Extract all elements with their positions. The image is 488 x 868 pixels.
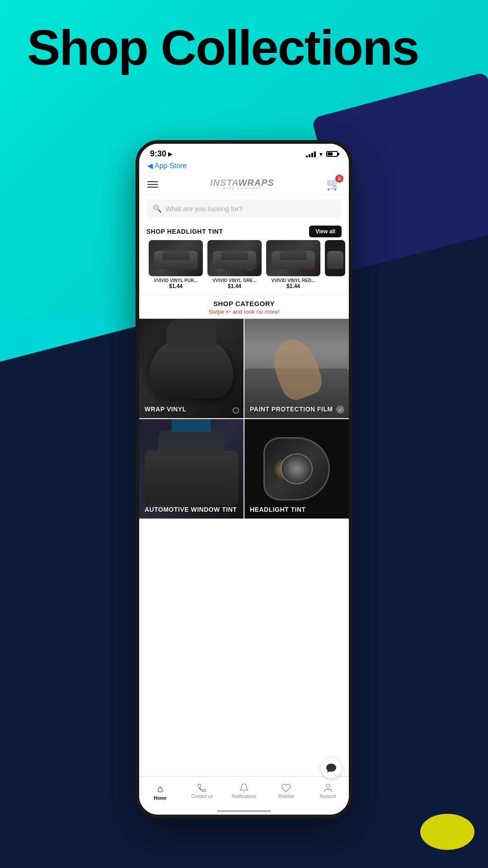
app-store-bar[interactable]: ◀ App Store: [139, 160, 349, 174]
category-label-ppf: PAINT PROTECTION FILM: [244, 400, 349, 418]
app-header: INSTAWRAPS wrap solutions 🛒 0: [139, 174, 349, 195]
headlight-section-title: SHOP HEADLIGHT TINT: [146, 228, 223, 235]
nav-account-label: Account: [320, 794, 336, 799]
page-title: Shop Collections: [27, 23, 418, 72]
notification-icon: [239, 783, 249, 793]
shop-category-title: SHOP CATEGORY: [146, 300, 342, 307]
nav-contact[interactable]: Contact us: [181, 781, 223, 799]
app-store-label[interactable]: App Store: [155, 162, 187, 170]
category-ppf[interactable]: ✓ PAINT PROTECTION FILM: [244, 319, 349, 418]
search-placeholder: What are you looking for?: [165, 205, 243, 212]
view-all-button[interactable]: View all: [309, 226, 342, 237]
category-grid: WRAP VINYL ✓ PAINT PROTECTION FILM: [139, 317, 349, 519]
location-icon: ▶: [168, 151, 172, 157]
product-image: [266, 240, 320, 276]
category-window-tint[interactable]: AUTOMOTIVE WINDOW TINT: [139, 419, 244, 519]
status-icons: ▾: [306, 151, 338, 158]
time-display: 9:30: [150, 149, 166, 159]
status-bar: 9:30 ▶ ▾: [139, 144, 349, 160]
home-icon: ⌂: [157, 783, 163, 795]
nav-home-label: Home: [154, 796, 167, 801]
product-card[interactable]: VVIVID VINYL PUR... $1.44: [146, 240, 205, 289]
nav-account[interactable]: Account: [307, 781, 349, 799]
category-wrap-vinyl[interactable]: WRAP VINYL: [139, 319, 244, 418]
svg-point-0: [326, 784, 329, 788]
nav-home[interactable]: ⌂ Home: [139, 781, 181, 801]
product-image: [149, 240, 203, 276]
headlight-section-header: SHOP HEADLIGHT TINT View all: [139, 222, 349, 240]
logo-sub: wrap solutions: [223, 186, 262, 190]
product-image: [207, 240, 262, 276]
cart-button[interactable]: 🛒 0: [326, 177, 341, 191]
account-icon: [323, 783, 333, 793]
phone-frame: 9:30 ▶ ▾ ◀ App Store: [136, 140, 352, 818]
nav-wishlist-label: Wishlist: [278, 794, 294, 799]
nav-notifications[interactable]: Notifications: [223, 781, 265, 799]
yellow-decoration: [420, 814, 474, 850]
status-time: 9:30 ▶: [150, 149, 172, 159]
chat-button[interactable]: [321, 758, 342, 778]
nav-wishlist[interactable]: Wishlist: [265, 781, 307, 799]
chat-icon: [326, 764, 336, 773]
contact-icon: [197, 783, 207, 793]
product-card[interactable]: VVIVID VINYL GRE... $1.44: [205, 240, 264, 289]
category-label-window: AUTOMOTIVE WINDOW TINT: [139, 500, 244, 519]
search-bar[interactable]: 🔍 What are you looking for?: [146, 200, 342, 217]
signal-icon: [306, 151, 316, 157]
app-logo: INSTAWRAPS wrap solutions: [210, 178, 274, 190]
nav-contact-label: Contact us: [191, 794, 213, 799]
nav-notifications-label: Notifications: [232, 794, 256, 799]
menu-button[interactable]: [147, 181, 158, 188]
product-name: VVIVID VINYL RED...: [266, 278, 320, 283]
cart-badge: 0: [335, 175, 343, 183]
bottom-nav: ⌂ Home Contact us Notifications Wishlist: [139, 776, 349, 815]
category-headlight-tint[interactable]: HEADLIGHT TINT: [244, 419, 349, 519]
wishlist-icon: [281, 783, 291, 793]
category-label-wrap: WRAP VINYL: [139, 400, 244, 418]
product-price: $1.44: [169, 283, 183, 289]
product-name: VVIVID VINYL GRE...: [207, 278, 262, 283]
back-arrow-icon: ◀: [147, 161, 153, 170]
product-price: $1.44: [228, 283, 241, 289]
product-price: $1.44: [286, 283, 300, 289]
battery-icon: [326, 151, 338, 157]
category-label-headlight: HEADLIGHT TINT: [244, 500, 349, 519]
product-scroll[interactable]: VVIVID VINYL PUR... $1.44 VVIVID VINYL G…: [139, 240, 349, 294]
shop-category-subtitle: Swipe ↩ and look no more!: [146, 308, 342, 315]
product-image-partial: [325, 240, 345, 276]
home-indicator: [217, 810, 271, 812]
search-icon: 🔍: [153, 204, 162, 213]
product-card-partial[interactable]: [323, 240, 347, 289]
wifi-icon: ▾: [319, 151, 323, 158]
shop-category-header: SHOP CATEGORY Swipe ↩ and look no more!: [139, 294, 349, 317]
product-card[interactable]: VVIVID VINYL RED... $1.44: [264, 240, 323, 289]
product-name: VVIVID VINYL PUR...: [149, 278, 203, 283]
